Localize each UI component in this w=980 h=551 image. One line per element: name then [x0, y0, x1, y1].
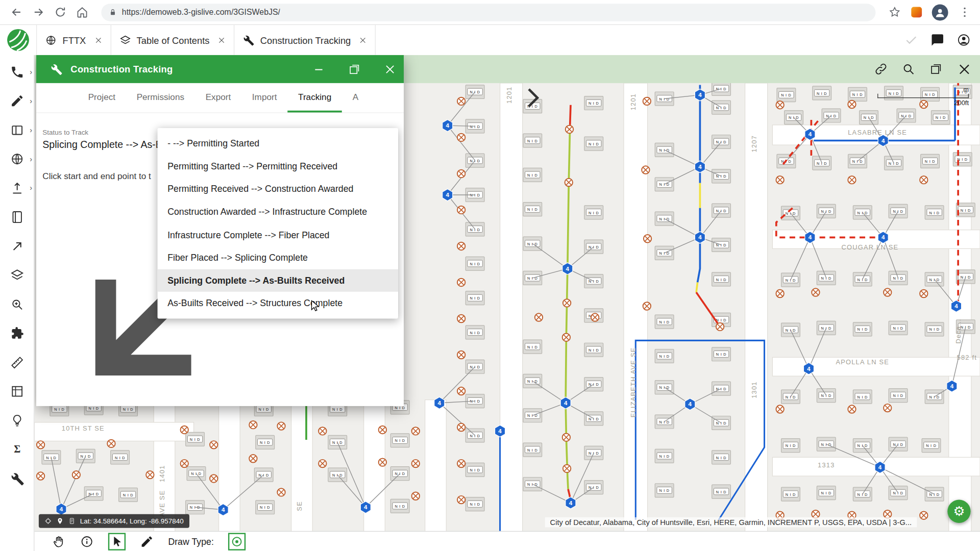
dialog-tab-a[interactable]: A — [342, 83, 369, 113]
browser-forward-icon[interactable] — [32, 6, 45, 19]
sidebar-tool-globe[interactable]: › — [0, 144, 34, 173]
nid-label: N I D — [786, 492, 796, 497]
save-check-icon[interactable] — [904, 33, 918, 47]
access-point-count-label: 4 — [564, 399, 568, 406]
crosshair-icon[interactable] — [44, 517, 52, 525]
map-attribution: City of Decatur, Alabama, City of Huntsv… — [545, 517, 917, 528]
nid-label: N I D — [123, 493, 133, 497]
nid-label: N I D — [852, 159, 863, 164]
bookmark-star-icon[interactable] — [888, 6, 901, 19]
status-option[interactable]: Infrastructure Complete --> Fiber Placed — [158, 223, 398, 246]
app-tab-table-of-contents[interactable]: Table of Contents — [111, 25, 234, 55]
nid-label: N I D — [527, 448, 537, 453]
access-point-count-label: 4 — [222, 506, 225, 513]
globe-icon — [45, 34, 57, 46]
browser-home-icon[interactable] — [76, 6, 89, 19]
browser-back-icon[interactable] — [10, 6, 23, 19]
sidebar-tool-addons[interactable] — [0, 319, 34, 348]
status-option[interactable]: Permitting Received --> Construction Awa… — [158, 178, 398, 201]
app-tab-construction-tracking[interactable]: Construction Tracking — [234, 25, 376, 55]
status-dropdown: - --> Permitting StartedPermitting Start… — [158, 128, 398, 318]
nid-label: N I D — [659, 454, 669, 459]
scale-bracket — [877, 94, 969, 98]
tab-close-icon[interactable] — [217, 36, 226, 44]
globe-icon — [10, 152, 24, 166]
map-settings-button[interactable]: ⚙ — [947, 500, 970, 523]
sidebar-tool-idea[interactable] — [0, 406, 34, 435]
tab-close-icon[interactable] — [359, 36, 367, 44]
sidebar-tool-spreadsheet[interactable] — [0, 377, 34, 406]
sidebar-tool-layers[interactable] — [0, 261, 34, 290]
nid-label: N I D — [817, 91, 827, 96]
sidebar-tool-edit[interactable]: › — [0, 87, 34, 116]
browser-reload-icon[interactable] — [54, 6, 67, 19]
status-option[interactable]: Permitting Started --> Permitting Receiv… — [158, 155, 398, 178]
dialog-tab-tracking[interactable]: Tracking — [287, 83, 342, 113]
address-bar[interactable]: https://demoweb.3-gislive.com/3GISWebJS/ — [101, 4, 875, 21]
maximize-button[interactable] — [348, 63, 360, 75]
app-tab-fttx[interactable]: FTTX — [36, 25, 111, 55]
dialog-tab-export[interactable]: Export — [195, 83, 241, 113]
access-point-count-label: 4 — [689, 400, 692, 407]
nid-label: N I D — [821, 491, 831, 495]
sidebar-tool-call[interactable]: › — [0, 58, 34, 87]
close-dialog-button[interactable] — [384, 63, 396, 75]
draw-type-point-button[interactable] — [228, 533, 246, 550]
select-tool-button[interactable] — [108, 533, 126, 550]
status-option[interactable]: - --> Permitting Started — [158, 132, 398, 155]
expand-chevron-icon: › — [30, 156, 32, 163]
status-option[interactable]: Splicing Complete --> As-Builts Received — [158, 269, 398, 292]
sidebar-tool-book[interactable] — [0, 203, 34, 232]
tab-close-icon[interactable] — [94, 36, 102, 44]
nid-label: N I D — [716, 421, 726, 425]
status-option[interactable]: As-Builts Received --> Structures Comple… — [158, 292, 398, 315]
link-icon[interactable] — [874, 62, 888, 76]
dialog-titlebar[interactable]: Construction Tracking — [36, 55, 404, 83]
sidebar-tool-pages[interactable]: › — [0, 116, 34, 145]
status-option[interactable]: Construction Awarded --> Infrastructure … — [158, 201, 398, 223]
access-point-count-label: 4 — [954, 303, 958, 309]
minimize-button[interactable] — [312, 63, 325, 75]
nid-label: N I D — [786, 278, 796, 283]
nid-label: N I D — [716, 490, 726, 494]
location-pin-icon[interactable] — [56, 517, 64, 525]
sidebar-tool-identify[interactable] — [0, 290, 34, 319]
dialog-tab-project[interactable]: Project — [78, 83, 126, 113]
nid-label: N I D — [259, 407, 269, 412]
nid-label: N I D — [527, 173, 537, 178]
pan-tool-icon[interactable] — [52, 535, 66, 548]
nid-label: N I D — [659, 488, 669, 493]
goto-icon — [10, 239, 24, 254]
nid-label: N I D — [589, 348, 599, 353]
dialog-tab-permissions[interactable]: Permissions — [126, 83, 195, 113]
account-icon[interactable] — [957, 33, 971, 47]
layers-icon — [119, 34, 131, 46]
nid-label: N I D — [716, 352, 726, 357]
measure-icon — [10, 355, 24, 369]
profile-avatar[interactable] — [932, 4, 948, 20]
dialog-tab-import[interactable]: Import — [241, 83, 287, 113]
sidebar-tool-measure[interactable] — [0, 348, 34, 377]
access-point-count-label: 4 — [446, 122, 450, 129]
nid-label: N I D — [659, 354, 669, 359]
chat-icon[interactable] — [930, 33, 944, 47]
sidebar-tool-share[interactable]: › — [0, 173, 34, 203]
extension-icon[interactable] — [911, 7, 922, 17]
status-option[interactable]: Fiber Placed --> Splicing Complete — [158, 246, 398, 269]
browser-menu-icon[interactable] — [958, 6, 971, 19]
sidebar-tool-sum[interactable]: Σ — [0, 435, 34, 464]
nid-label: N I D — [589, 417, 599, 421]
sidebar-tool-tools[interactable] — [0, 464, 34, 493]
nid-label: N I D — [821, 393, 831, 398]
nid-label: N I D — [929, 492, 939, 497]
search-icon[interactable] — [902, 62, 915, 76]
sidebar-tool-goto[interactable] — [0, 232, 34, 261]
maximize-window-icon[interactable] — [929, 62, 943, 76]
nid-label: N I D — [659, 182, 669, 187]
close-map-icon[interactable] — [957, 62, 972, 77]
tab-overflow-chevron[interactable] — [369, 83, 695, 113]
app-tabs: FTTX Table of Contents Construction Trac… — [36, 25, 376, 55]
sketch-tool-icon[interactable] — [140, 535, 154, 548]
copy-coordinates-icon[interactable] — [68, 517, 76, 525]
info-tool-icon[interactable] — [80, 535, 94, 548]
